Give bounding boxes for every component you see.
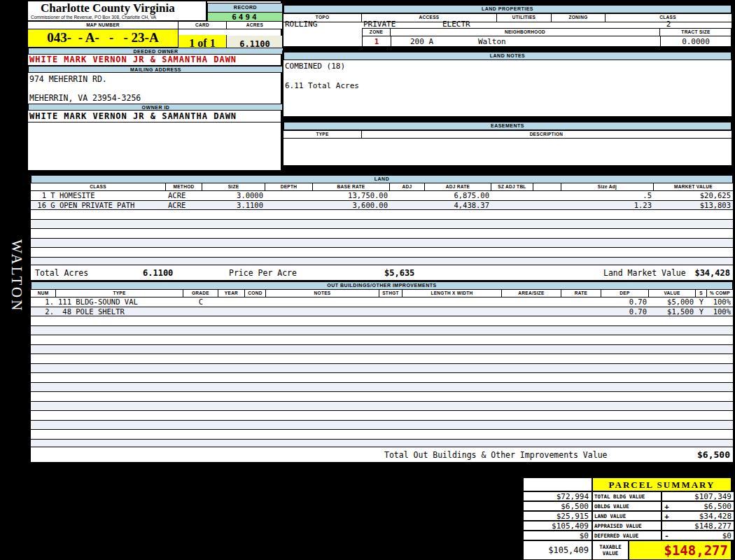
table-cell: 100% — [707, 307, 733, 316]
table-cell — [402, 307, 502, 316]
column-header: BASE RATE — [313, 183, 390, 190]
table-row: 2. 48 POLE SHELTR0.70$1,500Y100% — [31, 307, 733, 317]
operator — [662, 521, 671, 531]
table-cell — [266, 307, 379, 316]
table-cell: 6,875.00 — [425, 191, 491, 200]
table-row-empty — [31, 229, 733, 239]
land-notes-title: LAND NOTES — [284, 52, 732, 60]
land-market-value-label: Land Market Value — [603, 268, 686, 278]
zone-table: ZONE NEIGHBORHOOD TRACT SIZE 1 200 A Wal… — [362, 28, 732, 48]
summary-label: LAND VALUE — [592, 511, 662, 521]
table-cell: 1.23 — [561, 201, 654, 210]
table-cell: $1,500 — [649, 307, 696, 316]
prior-value: $0 — [523, 531, 592, 540]
table-cell: 48 POLE SHELTR — [56, 307, 183, 316]
column-header: SIZE — [202, 183, 265, 190]
table-cell: 100% — [707, 298, 733, 307]
out-buildings-total-row: Total Out Buildings & Other Improvements… — [31, 447, 733, 462]
column-header: S — [696, 290, 707, 297]
parcel-summary-title-row: PARCEL SUMMARY — [523, 477, 732, 491]
column-header: DEPTH — [265, 183, 313, 190]
table-cell — [502, 298, 561, 307]
table-cell: 3.1100 — [202, 201, 265, 210]
neighborhood-code: 200 A — [410, 37, 433, 46]
taxable-label-line2: VALUE — [603, 550, 619, 556]
table-cell — [266, 298, 379, 307]
table-cell: 111 BLDG-SOUND VAL — [56, 298, 183, 307]
table-cell: 3,600.00 — [313, 201, 390, 210]
land-table-title: LAND — [31, 175, 733, 183]
column-header: Size Adj — [561, 183, 654, 190]
map-number-value: 043- - A- - - 23-A — [28, 29, 178, 47]
record-label: RECORD — [207, 3, 284, 13]
table-cell — [533, 201, 561, 210]
operator — [662, 491, 671, 501]
table-row-empty — [31, 220, 733, 230]
column-header: VALUE — [649, 290, 696, 297]
parcel-summary-panel: PARCEL SUMMARY $72,994TOTAL BLDG VALUE$1… — [522, 476, 733, 559]
table-cell — [183, 307, 218, 316]
deeded-owner-value: WHITE MARK VERNON JR & SAMANTHA DAWN — [28, 55, 284, 66]
county-header: Charlotte County Virginia Commissioner o… — [28, 1, 207, 21]
map-card-acres-headers: MAP NUMBER CARD ACRES — [28, 21, 284, 29]
zone-label: ZONE — [363, 29, 391, 36]
neighborhood-name: Walton — [478, 37, 506, 46]
neighborhood-label: NEIGHBORHOOD — [391, 29, 660, 36]
column-header: ADJ RATE — [425, 183, 491, 190]
table-row-empty — [31, 430, 733, 440]
zone-values: 1 200 A Walton 0.0000 — [363, 36, 732, 48]
summary-value: $34,428 — [671, 511, 734, 521]
table-cell — [402, 298, 502, 307]
table-cell: $20,625 — [654, 191, 733, 200]
prior-value: $105,409 — [523, 521, 592, 531]
column-header: NOTES — [266, 290, 379, 297]
address-line-2: MEHERRIN, VA 23954-3256 — [29, 93, 281, 103]
deeded-owner-header: DEEDED OWNER — [28, 48, 284, 55]
table-row-empty — [31, 421, 733, 430]
land-properties-panel: LAND PROPERTIES TOPOACCESSUTILITIESZONIN… — [282, 4, 733, 48]
taxable-value-row: $105,409 TAXABLE VALUE $148,277 — [523, 540, 732, 560]
column-header — [533, 183, 561, 190]
property-record-card: WALTON Charlotte County Virginia Commiss… — [0, 0, 735, 560]
column-header: DEP — [601, 290, 649, 297]
table-row: 16 G OPEN PRIVATE PATHACRE3.11003,600.00… — [31, 201, 733, 211]
commissioner-line: Commissioner of the Revenue, PO Box 308,… — [28, 15, 206, 20]
taxable-value: $148,277 — [629, 540, 732, 560]
table-cell — [502, 307, 561, 316]
taxable-label-line1: TAXABLE — [599, 544, 622, 550]
table-cell — [533, 191, 561, 200]
column-header: MARKET VALUE — [654, 183, 733, 190]
card-label: CARD — [178, 22, 227, 29]
summary-label: DEFERRED VALUE — [592, 531, 662, 540]
table-cell: C — [183, 298, 218, 307]
column-header: TYPE — [56, 290, 183, 297]
column-header: LENGTH X WIDTH — [402, 290, 502, 297]
table-cell — [265, 201, 313, 210]
taxable-value-label: TAXABLE VALUE — [592, 540, 629, 560]
column-header: NUM — [31, 290, 56, 297]
parcel-summary-row: $6,500OBLDG VALUE+$6,500 — [523, 501, 732, 511]
land-notes-panel: LAND NOTES COMBINED (18) 6.11 Total Acre… — [282, 50, 733, 118]
table-cell — [390, 201, 425, 210]
column-header: STHGT — [379, 290, 402, 297]
zone-divider — [391, 36, 391, 48]
easements-headers: TYPE DESCRIPTION — [284, 130, 732, 139]
summary-label: APPRAISED VALUE — [592, 521, 662, 531]
table-cell — [491, 191, 533, 200]
land-table: LAND CLASSMETHODSIZEDEPTHBASE RATEADJADJ… — [29, 174, 734, 281]
zone-value: 1 — [363, 37, 391, 46]
out-buildings-title: OUT BUILDINGS/OTHER IMPROVEMENTS — [31, 281, 733, 290]
map-card-acres-values: 043- - A- - - 23-A 1 of 1 6.1100 — [28, 29, 284, 48]
column-header: METHOD — [166, 183, 202, 190]
parcel-summary-row: $105,409APPRAISED VALUE$148,277 — [523, 521, 732, 531]
summary-value: $107,349 — [671, 491, 734, 501]
land-totals-row: Total Acres 6.1100 Price Per Acre $5,635… — [31, 265, 733, 280]
parcel-summary-rows: $72,994TOTAL BLDG VALUE$107,349$6,500OBL… — [523, 491, 732, 540]
total-acres-label: Total Acres — [35, 268, 88, 278]
prior-value: $72,994 — [523, 491, 592, 501]
sidebar-vertical-label: WALTON — [4, 239, 25, 330]
table-row-empty — [31, 383, 733, 393]
land-properties-title: LAND PROPERTIES — [284, 5, 732, 13]
table-cell: 2. — [31, 307, 56, 316]
taxable-prior-value: $105,409 — [523, 540, 592, 560]
